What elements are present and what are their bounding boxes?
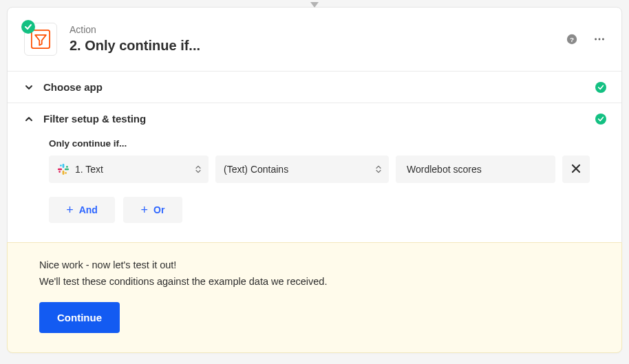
logic-buttons-row: + And + Or	[49, 197, 606, 223]
condition-operator-value: (Text) Contains	[224, 164, 288, 175]
and-label: And	[79, 204, 98, 215]
section-filter-setup-title: Filter setup & testing	[43, 113, 146, 125]
help-icon[interactable]: ?	[564, 31, 580, 47]
slack-icon	[57, 163, 70, 175]
header-title: 2. Only continue if...	[70, 36, 200, 54]
svg-point-13	[65, 172, 67, 174]
plus-icon: +	[66, 204, 74, 216]
add-and-button[interactable]: + And	[49, 197, 115, 223]
chevron-up-icon	[23, 115, 35, 123]
footer-line-2: We'll test these conditions against the …	[39, 276, 604, 287]
svg-rect-10	[58, 169, 62, 171]
app-icon-wrap	[24, 23, 57, 56]
header-actions: ?	[564, 31, 608, 47]
flow-arrow-down-icon	[310, 2, 319, 8]
footer-line-1: Nice work - now let's test it out!	[39, 259, 604, 270]
remove-condition-button[interactable]	[562, 156, 590, 183]
condition-operator-select[interactable]: (Text) Contains	[215, 156, 389, 183]
condition-row: 1. Text (Text) Contains Wordlebot scores	[49, 156, 606, 183]
status-complete-badge	[21, 20, 35, 34]
svg-rect-7	[63, 164, 65, 168]
section-choose-app-title: Choose app	[43, 81, 103, 93]
svg-marker-0	[310, 2, 319, 8]
condition-value-input[interactable]: Wordlebot scores	[396, 156, 555, 183]
header-kicker: Action	[70, 24, 200, 36]
svg-point-6	[602, 39, 604, 41]
filter-setup-body: Only continue if...	[8, 134, 621, 242]
card-header: Action 2. Only continue if... ?	[8, 8, 621, 71]
chevron-down-icon	[23, 83, 35, 92]
or-label: Or	[153, 204, 164, 215]
action-card: Action 2. Only continue if... ? Choose a…	[7, 7, 622, 353]
svg-text:?: ?	[570, 36, 574, 43]
add-or-button[interactable]: + Or	[123, 197, 182, 223]
check-icon	[595, 82, 606, 93]
header-text: Action 2. Only continue if...	[70, 24, 200, 55]
close-icon	[571, 163, 582, 176]
continue-button[interactable]: Continue	[39, 302, 120, 333]
select-caret-icon	[375, 166, 382, 173]
svg-point-12	[66, 166, 68, 168]
condition-field-select[interactable]: 1. Text	[49, 156, 209, 183]
test-footer-panel: Nice work - now let's test it out! We'll…	[7, 242, 622, 353]
section-choose-app-header[interactable]: Choose app	[8, 72, 621, 103]
condition-value-text: Wordlebot scores	[407, 164, 482, 175]
svg-point-5	[599, 39, 601, 41]
plus-icon: +	[141, 204, 149, 216]
section-choose-app: Choose app	[8, 71, 621, 103]
svg-point-11	[60, 164, 62, 167]
select-caret-icon	[195, 166, 202, 173]
svg-rect-8	[65, 169, 69, 171]
check-icon	[595, 114, 606, 125]
svg-rect-1	[32, 30, 50, 48]
more-menu-icon[interactable]	[591, 31, 608, 47]
svg-point-4	[595, 39, 597, 41]
section-filter-setup-header[interactable]: Filter setup & testing	[8, 103, 621, 134]
condition-label: Only continue if...	[49, 138, 606, 149]
svg-point-14	[58, 171, 61, 173]
section-filter-setup: Filter setup & testing Only continue if.…	[8, 103, 621, 242]
condition-field-value: 1. Text	[75, 164, 103, 175]
svg-rect-9	[63, 171, 65, 175]
